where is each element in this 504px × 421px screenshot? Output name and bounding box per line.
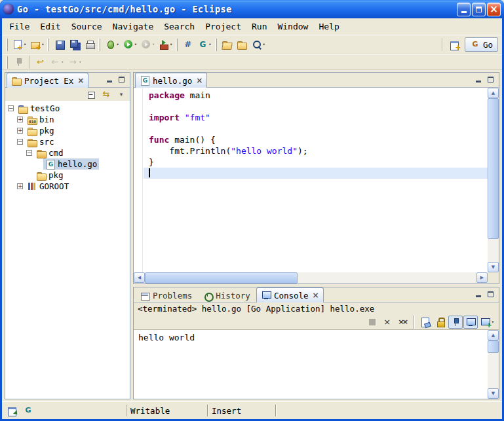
goclipse-button[interactable]: ▾ [195,37,213,52]
code-area[interactable]: package mainimport "fmt"func main() { fm… [144,88,488,272]
print-button[interactable] [82,37,97,52]
tree-item-goroot[interactable]: +GOROOT [5,181,130,192]
tab-console[interactable]: Console× [256,287,324,302]
console-output[interactable]: hello world ▲ ▼ [134,329,499,399]
pin-editor-button[interactable] [10,54,26,70]
console-vertical-scrollbar[interactable]: ▲ ▼ [488,330,499,399]
minimize-editor-button[interactable] [472,74,484,84]
new-go-element-button[interactable] [180,37,195,52]
menu-search[interactable]: Search [159,20,200,33]
pin-console-button[interactable] [448,316,463,329]
editor-body[interactable]: package mainimport "fmt"func main() { fm… [134,88,499,284]
view-menu-button[interactable]: ▾ [114,88,128,100]
save-button[interactable] [52,37,67,52]
save-all-button[interactable] [67,37,82,52]
title-bar[interactable]: Go - testGo/src/cmd/hello.go - Eclipse × [0,0,504,18]
editor-vertical-scrollbar[interactable]: ▲ ▼ [488,88,499,272]
go-perspective-button[interactable]: Go [465,37,498,52]
annotation-ruler[interactable] [134,88,143,272]
remove-launch-button[interactable]: × [380,316,395,329]
scroll-up-button[interactable]: ▲ [488,88,499,98]
horizontal-scroll-thumb[interactable] [145,272,298,284]
maximize-button[interactable] [472,3,486,16]
new-button[interactable]: ▾ [10,37,28,52]
close-view-icon[interactable]: × [77,77,84,84]
link-with-editor-button[interactable]: ⇆ [99,88,113,100]
menu-source[interactable]: Source [66,20,107,33]
maximize-console-button[interactable] [484,289,497,299]
terminate-button[interactable] [365,316,379,329]
clear-console-button[interactable] [418,316,433,329]
tree-item-hello-go[interactable]: hello.go [5,158,130,170]
go-trim-button[interactable] [21,405,35,416]
menu-project[interactable]: Project [200,20,246,33]
scroll-down-button[interactable]: ▼ [488,262,499,272]
tab-history[interactable]: History [198,289,255,302]
code-line-4[interactable] [144,123,488,134]
console-scroll-track[interactable] [488,340,499,388]
editor-tab-hello-go[interactable]: hello.go × [135,73,207,88]
code-line-6[interactable]: fmt.Println("hello world"); [144,145,488,156]
horizontal-scroll-track[interactable] [145,272,476,284]
menu-navigate[interactable]: Navigate [107,20,159,33]
menu-edit[interactable]: Edit [35,20,66,33]
run-history-button[interactable]: ▾ [139,37,157,52]
display-selected-console-button[interactable] [463,316,478,329]
search-button[interactable]: ▾ [250,37,267,52]
menu-run[interactable]: Run [246,20,272,33]
debug-button[interactable]: ▾ [103,37,121,52]
external-tools-button[interactable]: ▾ [157,37,174,52]
minimize-console-button[interactable] [472,289,484,299]
open-console-button[interactable]: ▾ [478,316,496,329]
close-button[interactable]: × [487,3,501,16]
code-line-8[interactable] [144,168,488,179]
maximize-view-button[interactable] [115,74,128,84]
tree-expander-icon[interactable]: − [8,105,14,111]
code-line-7[interactable]: } [144,156,488,168]
scroll-left-button[interactable]: ◀ [134,272,145,283]
tree-item-pkg[interactable]: +pkg [5,125,130,136]
menu-file[interactable]: File [4,20,35,33]
project-explorer-tab[interactable]: Project Ex × [7,73,88,88]
tree-expander-icon[interactable]: + [17,128,23,134]
tree-item-bin[interactable]: +bin [5,114,130,125]
close-view-icon[interactable]: × [313,291,319,299]
last-edit-location-button[interactable]: ↩ [33,54,48,70]
scroll-right-button[interactable]: ▶ [476,272,488,283]
open-resource-button[interactable] [220,37,235,52]
new-go-project-button[interactable]: ▾ [28,37,46,52]
tree-expander-icon[interactable]: + [17,183,23,189]
scroll-lock-button[interactable] [433,316,448,329]
tree-item-src[interactable]: −src [5,136,130,147]
tree-expander-icon[interactable]: − [17,139,23,145]
editor-horizontal-scrollbar[interactable]: ◀ ▶ [134,272,488,284]
console-scroll-thumb[interactable] [488,340,499,353]
tab-problems[interactable]: Problems [135,289,197,302]
vertical-scroll-track[interactable] [488,98,499,262]
remove-all-launches-button[interactable] [395,316,410,329]
run-button[interactable]: ▾ [121,37,139,52]
code-line-5[interactable]: func main() { [144,134,488,145]
tree-item-pkg[interactable]: pkg [5,170,130,181]
minimize-button[interactable] [457,3,471,16]
forward-button[interactable]: →▾ [66,54,83,70]
close-editor-icon[interactable]: × [196,77,203,84]
code-line-1[interactable]: package main [144,90,488,101]
code-line-2[interactable] [144,101,488,112]
maximize-editor-button[interactable] [484,74,497,84]
console-scroll-up-button[interactable]: ▲ [488,330,499,340]
open-type-button[interactable] [235,37,250,52]
fast-view-button[interactable] [5,405,19,416]
minimize-view-button[interactable] [103,74,115,84]
tree-item-cmd[interactable]: −cmd [5,147,130,158]
open-perspective-button[interactable] [448,37,463,52]
tree-item-testgo[interactable]: −testGo [5,103,130,114]
tree-expander-icon[interactable]: − [26,150,32,156]
back-button[interactable]: ←▾ [48,54,66,70]
vertical-scroll-thumb[interactable] [488,98,499,239]
menu-help[interactable]: Help [313,20,344,33]
tree-expander-icon[interactable]: + [17,117,23,122]
code-line-3[interactable]: import "fmt" [144,112,488,123]
menu-window[interactable]: Window [272,20,313,33]
console-scroll-down-button[interactable]: ▼ [488,388,499,399]
